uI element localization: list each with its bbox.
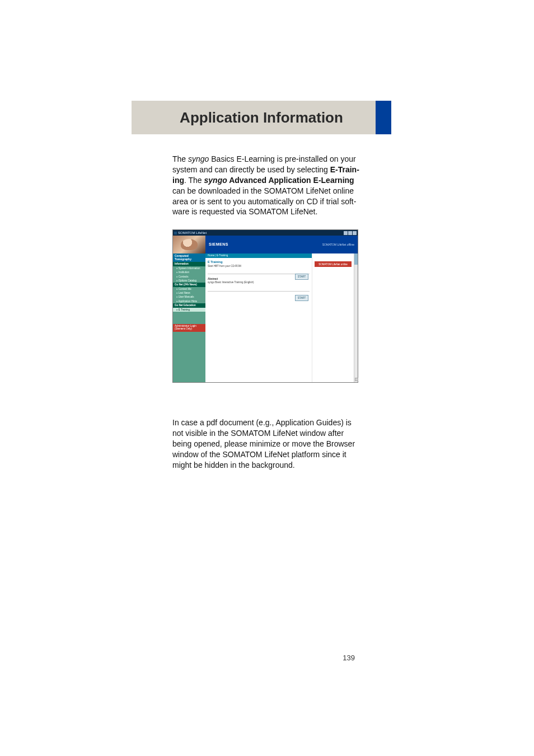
close-icon[interactable] — [353, 231, 357, 235]
sidebar-item[interactable]: » Contact Me — [173, 287, 205, 291]
minimize-icon[interactable] — [344, 231, 348, 235]
lifenet-screenshot: SOMATOM LifeNet SIEMENS SOMATOM LifeNet … — [172, 229, 358, 383]
window-titlebar: SOMATOM LifeNet — [173, 230, 358, 236]
advanced-bold: Advanced Application E-Learning — [227, 176, 354, 185]
intro-paragraph: The syngo Basics E-Learning is pre-insta… — [172, 154, 363, 383]
sidebar-item[interactable]: » Institution — [173, 270, 205, 274]
right-panel: SOMATOM LifeNet online — [312, 253, 354, 382]
syngo-bold-italic: syngo — [204, 176, 227, 185]
abstract-text: syngo Basic Interactive Training (Englis… — [208, 281, 310, 284]
sidebar: Computed Tomography Information » System… — [173, 253, 205, 382]
lifenet-online-button[interactable]: SOMATOM LifeNet online — [315, 261, 352, 267]
page-title: Application Information — [180, 109, 343, 126]
page: Application Information The syngo Basics… — [0, 0, 534, 756]
abstract-heading: Abstract — [208, 278, 310, 280]
window-controls[interactable] — [344, 231, 357, 235]
sidebar-header: Computed Tomography — [173, 253, 205, 262]
sidebar-section-gonet-news: Go Net (24h News) — [173, 283, 205, 287]
sidebar-section-education: Go Net Education — [173, 303, 205, 307]
header-bar: Application Information — [132, 101, 391, 134]
scrollbar[interactable] — [354, 253, 358, 382]
hero-photo — [173, 236, 205, 253]
content-heading: E Training — [208, 260, 310, 264]
content-line-cd: Start HBT from your CD-ROM — [208, 265, 310, 267]
sidebar-item[interactable]: » System Information — [173, 266, 205, 270]
syngo-italic: syngo — [188, 154, 209, 163]
divider — [208, 291, 310, 292]
divider — [208, 274, 310, 274]
sidebar-item[interactable]: » Last News — [173, 291, 205, 295]
maximize-icon[interactable] — [348, 231, 352, 235]
start-button[interactable]: START — [295, 295, 308, 301]
breadcrumb: Home | E-Training — [205, 253, 312, 257]
brand-band: SIEMENS SOMATOM LifeNet offline — [173, 236, 358, 253]
note-text: In case a pdf document (e.g., Applicatio… — [172, 417, 363, 470]
app-icon — [174, 232, 177, 234]
sidebar-section-information: Information — [173, 262, 205, 266]
sidebar-item[interactable]: » Contacts — [173, 275, 205, 279]
note-paragraph: In case a pdf document (e.g., Applicatio… — [172, 410, 363, 478]
brand-subtitle: SOMATOM LifeNet offline — [322, 243, 354, 246]
brand-logo: SIEMENS — [209, 242, 228, 247]
page-number: 139 — [343, 654, 355, 662]
header-accent-block — [376, 101, 391, 134]
sidebar-item[interactable]: » User Manuals — [173, 295, 205, 299]
start-button[interactable]: START — [295, 274, 308, 280]
sidebar-item[interactable]: » Application Hints — [173, 299, 205, 303]
content-area: Home | E-Training E Training Start HBT f… — [205, 253, 312, 382]
text: The — [172, 154, 188, 163]
sidebar-item-etraining[interactable]: » E Training — [173, 308, 205, 312]
text: . The — [184, 176, 204, 185]
sidebar-item[interactable]: » Options Catalog — [173, 279, 205, 283]
text: can be downloaded in the SOMATOM LifeNet… — [172, 186, 356, 217]
sidebar-admin-login[interactable]: Administrator Login (Siemens Only) — [173, 324, 205, 332]
window-title: SOMATOM LifeNet — [178, 231, 207, 235]
